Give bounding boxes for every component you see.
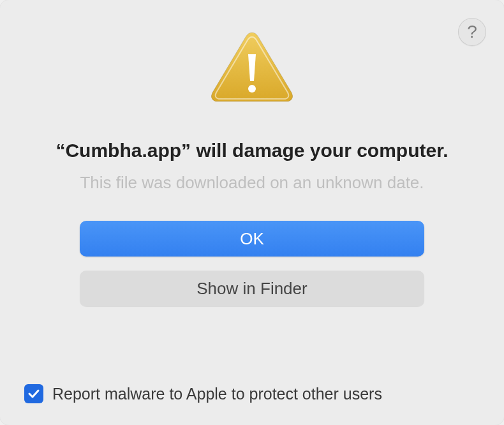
dialog-subtext: This file was downloaded on an unknown d… [13,173,491,193]
dialog-heading: “Cumbha.app” will damage your computer. [13,140,491,161]
help-button[interactable]: ? [458,18,486,46]
report-malware-row: Report malware to Apple to protect other… [24,384,382,403]
ok-button-label: OK [240,229,264,249]
report-malware-checkbox[interactable] [24,384,43,403]
ok-button[interactable]: OK [80,221,424,257]
warning-icon-container [13,29,491,108]
report-malware-label: Report malware to Apple to protect other… [52,385,382,403]
show-in-finder-button[interactable]: Show in Finder [80,271,424,306]
show-in-finder-label: Show in Finder [196,279,307,299]
button-group: OK Show in Finder [13,221,491,306]
svg-point-0 [248,85,256,93]
warning-icon [207,29,297,108]
malware-warning-dialog: ? “Cumbha.app” will damage your computer… [0,0,504,425]
help-icon: ? [467,22,477,42]
checkmark-icon [27,387,40,400]
